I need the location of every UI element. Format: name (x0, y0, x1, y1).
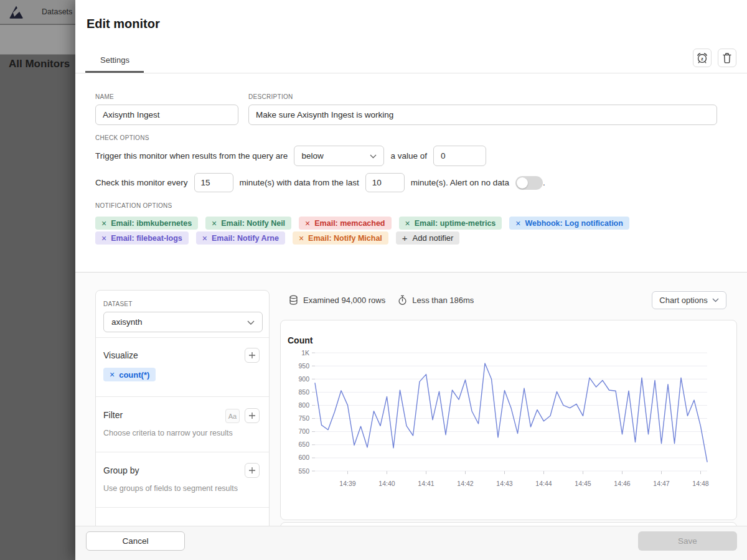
cancel-button[interactable]: Cancel (86, 531, 185, 551)
divider (96, 337, 269, 338)
svg-text:14:46: 14:46 (614, 480, 630, 487)
remove-notifier-icon[interactable]: × (299, 234, 304, 243)
chevron-down-icon (247, 320, 255, 325)
svg-text:800: 800 (298, 401, 309, 409)
svg-text:14:39: 14:39 (339, 480, 355, 487)
panel-title: Edit monitor (87, 17, 160, 31)
panel-footer: Cancel Save (75, 526, 747, 560)
dataset-label: DATASET (103, 301, 133, 307)
notifier-chip[interactable]: ×Email: Notify Arne (196, 231, 285, 245)
chart-card: Count 1K95090085080075070065060055014:39… (280, 320, 737, 520)
svg-text:14:42: 14:42 (457, 480, 473, 487)
remove-notifier-icon[interactable]: × (212, 219, 217, 228)
count-line-chart: 1K95090085080075070065060055014:3914:401… (281, 320, 738, 521)
trigger-text-before: Trigger this monitor when results from t… (95, 151, 288, 161)
svg-text:650: 650 (298, 441, 309, 448)
divider (96, 396, 269, 397)
notifier-chip[interactable]: ×Email: memcached (299, 217, 391, 230)
check-last-input[interactable] (365, 173, 405, 192)
name-label: NAME (95, 93, 114, 100)
filter-case-button[interactable]: Aa (225, 409, 240, 423)
notifier-chip-label: Email: memcached (314, 219, 385, 228)
group-by-hint: Use groups of fields to segment results (103, 484, 238, 493)
trigger-operator-select[interactable]: below (294, 146, 384, 166)
notifier-chip[interactable]: ×Email: Notify Michal (293, 231, 388, 245)
remove-notifier-icon[interactable]: × (101, 234, 106, 243)
tab-settings[interactable]: Settings (100, 55, 129, 65)
nav-item-datasets[interactable]: Datasets (42, 7, 72, 16)
svg-text:700: 700 (298, 427, 309, 435)
svg-text:14:45: 14:45 (575, 480, 591, 487)
filter-hint: Choose criteria to narrow your results (103, 429, 233, 437)
group-by-label: Group by (103, 465, 139, 475)
svg-text:14:47: 14:47 (653, 480, 669, 487)
svg-text:550: 550 (298, 467, 309, 475)
notifier-chip-label: Email: Notify Michal (308, 234, 382, 243)
remove-notifier-icon[interactable]: × (515, 219, 520, 228)
plus-icon (248, 352, 256, 359)
query-duration: Less than 186ms (398, 295, 474, 306)
toggle-knob (517, 177, 528, 189)
check-frequency-row: Check this monitor every minute(s) with … (95, 173, 545, 192)
check-every-input[interactable] (194, 173, 233, 192)
notifier-chip-label: Email: filebeat-logs (111, 234, 182, 243)
add-group-by-button[interactable] (245, 463, 260, 478)
remove-notifier-icon[interactable]: × (101, 219, 106, 228)
svg-text:950: 950 (298, 362, 309, 370)
notifier-chip[interactable]: ×Email: uptime-metrics (399, 217, 502, 230)
edit-monitor-panel: Edit monitor Settings z NAME DESCRIPTION… (75, 0, 747, 560)
notifier-chip[interactable]: ×Webhook: Log notification (509, 217, 629, 230)
divider (96, 452, 269, 452)
honeycomb-logo (8, 4, 24, 21)
svg-text:900: 900 (298, 375, 309, 383)
svg-text:z: z (701, 56, 703, 62)
add-filter-button[interactable] (245, 408, 260, 423)
chart-options-button[interactable]: Chart options (652, 291, 726, 309)
divider (96, 507, 269, 508)
svg-text:14:48: 14:48 (692, 480, 708, 487)
remove-notifier-icon[interactable]: × (202, 234, 207, 243)
check-text-period: . (543, 178, 545, 187)
plus-icon (248, 467, 256, 474)
tabbar-divider (75, 73, 747, 73)
notifier-chip[interactable]: ×Email: filebeat-logs (95, 231, 189, 245)
svg-text:850: 850 (298, 388, 309, 396)
dataset-select[interactable]: axisynth (103, 312, 263, 332)
trigger-value-input[interactable] (433, 146, 486, 166)
remove-notifier-icon[interactable]: × (405, 219, 410, 228)
alert-no-data-toggle[interactable] (515, 176, 543, 190)
add-notifier-button[interactable]: + Add notifier (396, 231, 460, 245)
notifier-chip-list: ×Email: ibmkubernetes×Email: Notify Neil… (95, 217, 718, 245)
notifier-chip[interactable]: ×Email: ibmkubernetes (95, 217, 198, 230)
query-builder-card: DATASET axisynth Visualize × count(*) Fi… (95, 290, 270, 551)
save-button[interactable]: Save (638, 531, 737, 551)
name-input[interactable] (95, 105, 238, 125)
add-visualize-button[interactable] (245, 348, 260, 363)
notifier-chip[interactable]: ×Email: Notify Neil (205, 217, 291, 230)
chevron-down-icon (712, 298, 719, 302)
svg-text:14:41: 14:41 (418, 480, 434, 487)
delete-monitor-button[interactable] (718, 49, 736, 67)
notifier-chip-label: Webhook: Log notification (525, 219, 622, 228)
remove-visualize-icon[interactable]: × (110, 370, 115, 380)
examined-rows: Examined 94,000 rows (289, 295, 385, 306)
notification-options-label: NOTIFICATION OPTIONS (95, 202, 172, 209)
filter-label: Filter (103, 410, 123, 420)
visualize-chip[interactable]: × count(*) (103, 368, 156, 381)
notifier-chip-label: Email: ibmkubernetes (111, 219, 192, 228)
snooze-monitor-button[interactable]: z (693, 49, 712, 67)
svg-text:14:44: 14:44 (535, 480, 552, 487)
stopwatch-icon (398, 295, 407, 306)
notifier-chip-label: Email: Notify Arne (212, 234, 279, 243)
query-section: DATASET axisynth Visualize × count(*) Fi… (75, 272, 747, 560)
description-input[interactable] (248, 105, 717, 125)
trigger-operator-value: below (301, 151, 323, 161)
notifier-chip-label: Email: uptime-metrics (415, 219, 496, 228)
query-duration-text: Less than 186ms (412, 296, 474, 305)
check-text-3: minute(s). Alert on no data (411, 178, 509, 187)
visualize-chip-label: count(*) (119, 370, 149, 380)
snooze-alarm-icon: z (695, 51, 709, 65)
visualize-label: Visualize (103, 350, 138, 360)
svg-text:750: 750 (298, 414, 309, 422)
remove-notifier-icon[interactable]: × (305, 219, 310, 228)
